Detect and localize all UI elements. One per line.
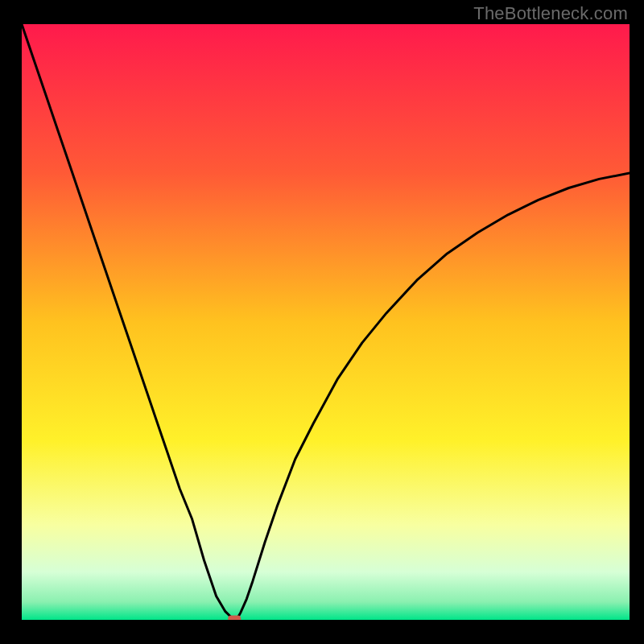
chart-frame: TheBottleneck.com (0, 0, 644, 644)
chart-background-gradient (22, 24, 630, 620)
watermark-text: TheBottleneck.com (473, 3, 628, 24)
chart-svg (22, 24, 630, 620)
optimum-marker (228, 616, 241, 621)
plot-area (22, 24, 630, 620)
